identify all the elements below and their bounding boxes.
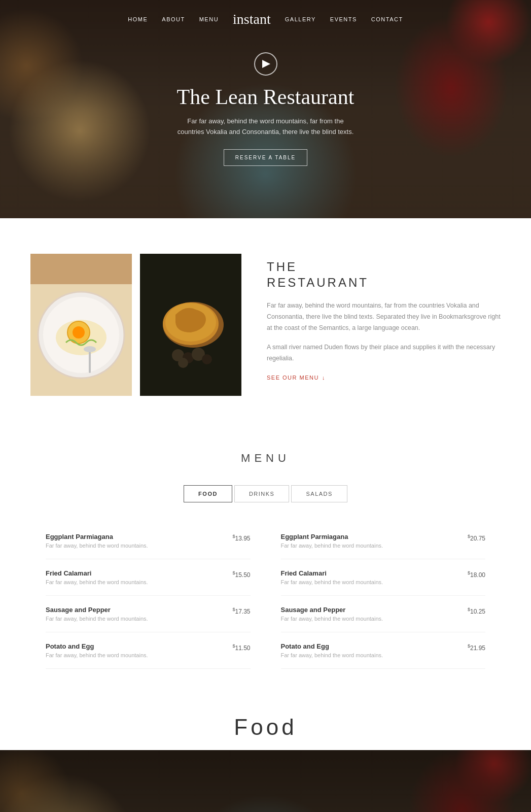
menu-column-right: Eggplant Parmiagana Far far away, behind… <box>266 523 501 669</box>
svg-point-8 <box>84 346 96 352</box>
nav-home[interactable]: HOME <box>128 16 148 22</box>
menu-item: Sausage and Pepper Far far away, behind … <box>281 596 486 632</box>
hero-subtitle: Far far away, behind the word mountains,… <box>174 116 357 138</box>
menu-item-price: $20.75 <box>468 533 485 542</box>
menu-item-name: Fried Calamari <box>281 569 468 577</box>
hero-title: The Lean Restaurant <box>177 85 355 109</box>
food-label-section: Food <box>0 699 531 750</box>
menu-item-name: Sausage and Pepper <box>281 606 468 614</box>
svg-point-17 <box>178 358 188 368</box>
food-category-label: Food <box>234 715 297 740</box>
about-text: THERESTAURANT Far far away, behind the w… <box>257 254 501 382</box>
reserve-button[interactable]: RESERVE A TABLE <box>224 149 308 166</box>
menu-item-info: Eggplant Parmiagana Far far away, behind… <box>281 533 468 549</box>
menu-item-desc: Far far away, behind the word mountains. <box>281 579 468 585</box>
menu-section-title: MENU <box>30 452 501 465</box>
menu-item: Fried Calamari Far far away, behind the … <box>46 559 251 596</box>
tab-food[interactable]: FOOD <box>184 485 232 502</box>
menu-item-info: Sausage and Pepper Far far away, behind … <box>281 606 468 622</box>
menu-item: Eggplant Parmiagana Far far away, behind… <box>281 523 486 559</box>
menu-item-info: Potato and Egg Far far away, behind the … <box>46 642 232 658</box>
menu-item-info: Fried Calamari Far far away, behind the … <box>281 569 468 585</box>
menu-column-left: Eggplant Parmiagana Far far away, behind… <box>30 523 266 669</box>
play-button[interactable] <box>254 52 277 76</box>
food-illustration-2 <box>140 254 241 396</box>
menu-item: Sausage and Pepper Far far away, behind … <box>46 596 251 632</box>
menu-item-name: Eggplant Parmiagana <box>46 533 232 540</box>
menu-item-name: Sausage and Pepper <box>46 606 232 614</box>
menu-item-price: $13.95 <box>232 533 250 542</box>
menu-item-desc: Far far away, behind the word mountains. <box>281 543 468 549</box>
food-illustration-1 <box>30 254 132 396</box>
menu-item: Potato and Egg Far far away, behind the … <box>46 632 251 669</box>
menu-item-info: Potato and Egg Far far away, behind the … <box>281 642 468 658</box>
menu-item-info: Fried Calamari Far far away, behind the … <box>46 569 232 585</box>
menu-item-name: Fried Calamari <box>46 569 232 577</box>
menu-item: Fried Calamari Far far away, behind the … <box>281 559 486 596</box>
nav-events[interactable]: EVENTS <box>330 16 357 22</box>
menu-section: MENU FOOD DRINKS SALADS Eggplant Parmiag… <box>0 426 531 699</box>
menu-item-price: $15.50 <box>232 569 250 579</box>
menu-tabs: FOOD DRINKS SALADS <box>30 485 501 502</box>
tab-drinks[interactable]: DRINKS <box>234 485 290 502</box>
menu-item-price: $10.25 <box>468 606 485 615</box>
nav-menu[interactable]: MENU <box>199 16 219 22</box>
svg-point-6 <box>73 326 85 339</box>
menu-item-desc: Far far away, behind the word mountains. <box>281 616 468 622</box>
bottom-hero-overlay <box>0 750 531 812</box>
about-image-2 <box>140 254 241 396</box>
menu-item-desc: Far far away, behind the word mountains. <box>46 652 232 658</box>
main-nav: HOME ABOUT MENU instant GALLERY EVENTS C… <box>0 0 531 39</box>
bottom-hero-section: Delicious & Nutritious Far far away, beh… <box>0 750 531 812</box>
menu-item: Potato and Egg Far far away, behind the … <box>281 632 486 669</box>
menu-item-price: $17.35 <box>232 606 250 615</box>
menu-item-name: Eggplant Parmiagana <box>281 533 468 540</box>
about-section: THERESTAURANT Far far away, behind the w… <box>0 218 531 426</box>
nav-gallery[interactable]: GALLERY <box>285 16 316 22</box>
menu-item-info: Eggplant Parmiagana Far far away, behind… <box>46 533 232 549</box>
menu-item-desc: Far far away, behind the word mountains. <box>46 543 232 549</box>
menu-item-desc: Far far away, behind the word mountains. <box>281 652 468 658</box>
about-image-1 <box>30 254 132 396</box>
menu-item: Eggplant Parmiagana Far far away, behind… <box>46 523 251 559</box>
nav-about[interactable]: ABOUT <box>162 16 185 22</box>
about-para-2: A small river named Duden flows by their… <box>267 342 501 364</box>
menu-item-price: $21.95 <box>468 642 485 652</box>
menu-item-info: Sausage and Pepper Far far away, behind … <box>46 606 232 622</box>
menu-item-desc: Far far away, behind the word mountains. <box>46 579 232 585</box>
menu-item-name: Potato and Egg <box>46 642 232 650</box>
menu-item-desc: Far far away, behind the word mountains. <box>46 616 232 622</box>
menu-item-price: $11.50 <box>232 642 250 652</box>
tab-salads[interactable]: SALADS <box>291 485 347 502</box>
svg-point-16 <box>202 354 212 364</box>
about-images <box>30 254 241 396</box>
menu-grid: Eggplant Parmiagana Far far away, behind… <box>30 523 501 669</box>
about-heading: THERESTAURANT <box>267 259 501 290</box>
hero-section: HOME ABOUT MENU instant GALLERY EVENTS C… <box>0 0 531 218</box>
see-menu-link[interactable]: SEE OUR MENU <box>267 375 326 381</box>
nav-contact[interactable]: CONTACT <box>371 16 403 22</box>
about-para-1: Far far away, behind the word mountains,… <box>267 300 501 334</box>
menu-item-name: Potato and Egg <box>281 642 468 650</box>
menu-item-price: $18.00 <box>468 569 485 579</box>
svg-rect-1 <box>30 254 132 284</box>
site-logo: instant <box>233 11 271 27</box>
